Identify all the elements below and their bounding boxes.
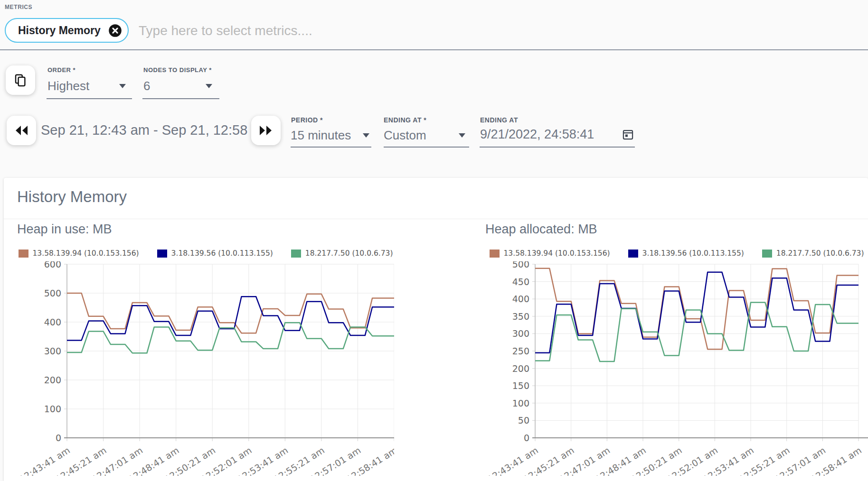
chart-legend: 13.58.139.94 (10.0.153.156)3.18.139.56 (… [17,248,394,259]
order-select-underline [47,98,132,99]
ending-at-datetime-value: 9/21/2022, 24:58:41 [480,127,594,142]
heap-allocated-chart: Heap allocated: MB 13.58.139.94 (10.0.15… [485,222,868,478]
legend-item[interactable]: 13.58.139.94 (10.0.153.156) [490,249,610,258]
svg-text:0: 0 [524,433,529,443]
nodes-to-display-field-label: NODES TO DISPLAY * [143,66,212,74]
legend-item[interactable]: 13.58.139.94 (10.0.153.156) [19,249,139,258]
svg-text:400: 400 [44,317,61,327]
period-field-label: PERIOD * [291,116,323,124]
legend-label: 13.58.139.94 (10.0.153.156) [33,249,139,258]
svg-text:250: 250 [512,346,529,356]
order-field-label: ORDER * [47,66,75,74]
period-select-value: 15 minutes [291,128,351,143]
svg-text:0: 0 [56,433,61,443]
legend-swatch [762,250,772,258]
legend-label: 18.217.7.50 (10.0.6.73) [776,249,864,258]
ending-at-datetime-label: ENDING AT [480,116,518,124]
legend-item[interactable]: 18.217.7.50 (10.0.6.73) [762,249,864,258]
time-range-label: Sep 21, 12:43 am - Sep 21, 12:58 am [41,122,271,138]
chart-title: Heap in use: MB [17,222,394,237]
svg-text:300: 300 [44,346,61,356]
svg-text:500: 500 [44,288,61,298]
ending-at-select-label: ENDING AT * [384,116,426,124]
copy-icon [13,73,28,87]
legend-label: 3.18.139.56 (10.0.113.155) [642,249,744,258]
svg-text:450: 450 [512,277,529,287]
legend-swatch [291,250,301,258]
ending-at-select[interactable]: Custom [384,128,465,143]
caret-down-icon [119,84,126,88]
ending-at-datetime-field[interactable]: 9/21/2022, 24:58:41 [480,127,634,142]
heap-in-use-chart: Heap in use: MB 13.58.139.94 (10.0.153.1… [17,222,394,478]
panel-title: History Memory [17,188,127,206]
legend-item[interactable]: 3.18.139.56 (10.0.113.155) [628,249,744,258]
period-select-underline [291,147,371,148]
legend-swatch [628,250,638,258]
caret-down-icon [459,133,465,138]
copy-button[interactable] [6,65,35,95]
legend-item[interactable]: 3.18.139.56 (10.0.113.155) [157,249,273,258]
legend-label: 13.58.139.94 (10.0.153.156) [504,249,610,258]
period-select[interactable]: 15 minutes [291,128,369,143]
ending-at-select-underline [384,147,469,148]
caret-down-icon [363,133,369,138]
legend-label: 3.18.139.56 (10.0.113.155) [171,249,273,258]
svg-text:400: 400 [512,294,529,304]
metrics-input-underline [0,49,868,50]
legend-swatch [490,250,500,258]
svg-text:600: 600 [44,261,61,269]
metrics-section-label: METRICS [5,4,32,10]
svg-text:100: 100 [44,404,61,414]
ending-at-datetime-underline [480,147,635,148]
fast-forward-icon [258,124,274,137]
metric-chip-history-memory[interactable]: History Memory [5,18,129,43]
svg-text:150: 150 [512,380,529,391]
chart-canvas[interactable]: 05010015020025030035040045050012:43:41 a… [485,261,868,476]
caret-down-icon [206,84,212,88]
svg-text:300: 300 [512,328,529,339]
chart-legend: 13.58.139.94 (10.0.153.156)3.18.139.56 (… [485,248,868,259]
order-select[interactable]: Highest [47,79,126,93]
order-select-value: Highest [47,79,89,93]
svg-text:100: 100 [512,398,529,408]
svg-text:200: 200 [512,363,529,374]
nodes-to-display-underline [142,98,219,99]
chart-title: Heap allocated: MB [485,222,868,237]
svg-text:200: 200 [44,375,61,385]
ending-at-select-value: Custom [384,128,426,143]
rewind-icon [14,124,29,137]
legend-swatch [19,250,28,258]
chart-canvas[interactable]: 010020030040050060012:43:41 am12:45:21 a… [17,261,394,476]
calendar-icon[interactable] [622,128,634,141]
svg-text:500: 500 [512,261,529,269]
metrics-search-input[interactable] [139,21,594,40]
time-range-forward-button[interactable] [251,116,281,145]
metric-chip-label: History Memory [18,24,101,37]
svg-text:350: 350 [512,311,529,322]
panel-title-divider [4,219,868,219]
nodes-to-display-select-value: 6 [143,79,150,93]
legend-swatch [157,250,167,258]
close-icon[interactable] [108,24,122,37]
time-range-back-button[interactable] [7,116,36,145]
nodes-to-display-select[interactable]: 6 [143,79,212,93]
svg-text:50: 50 [518,415,529,426]
legend-label: 18.217.7.50 (10.0.6.73) [305,249,393,258]
legend-item[interactable]: 18.217.7.50 (10.0.6.73) [291,249,393,258]
